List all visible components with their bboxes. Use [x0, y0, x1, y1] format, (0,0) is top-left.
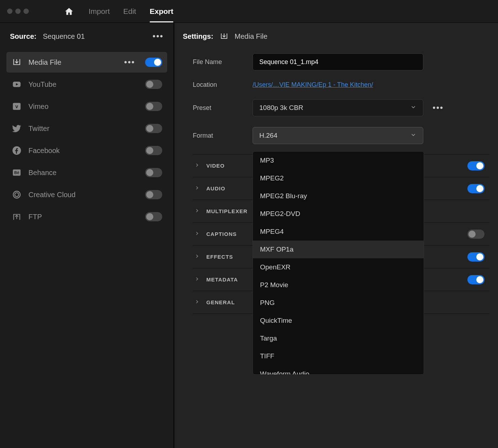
format-value: H.264	[259, 132, 277, 139]
chevron-right-icon	[194, 162, 200, 169]
destination-youtube[interactable]: YouTube	[6, 74, 167, 95]
cc-icon	[11, 189, 22, 200]
facebook-icon	[11, 145, 22, 156]
format-option[interactable]: MPEG2	[253, 169, 424, 187]
format-dropdown[interactable]: MP3MPEG2MPEG2 Blu-rayMPEG2-DVDMPEG4MXF O…	[253, 151, 424, 375]
destinations-panel: Source: Sequence 01 ••• Media File ••• Y…	[0, 23, 174, 448]
behance-icon: Bē	[11, 167, 22, 178]
format-option[interactable]: P2 Movie	[253, 276, 424, 294]
destination-label: Vimeo	[28, 102, 145, 111]
chevron-right-icon	[194, 185, 200, 192]
format-option[interactable]: MPEG2-DVD	[253, 205, 424, 223]
destination-toggle[interactable]	[145, 168, 162, 177]
location-label: Location	[193, 81, 253, 89]
settings-panel: Settings: Media File File Name Location …	[174, 23, 498, 448]
chevron-down-icon	[410, 104, 417, 112]
destination-facebook[interactable]: Facebook	[6, 140, 167, 161]
file-name-label: File Name	[193, 58, 253, 66]
preset-more-icon[interactable]: •••	[433, 103, 444, 113]
destination-label: Facebook	[28, 147, 145, 155]
preset-value: 1080p 3k CBR	[259, 104, 303, 112]
preset-label: Preset	[193, 104, 253, 112]
minimize-window[interactable]	[15, 9, 21, 14]
destination-toggle[interactable]	[145, 124, 162, 133]
chevron-right-icon	[194, 253, 200, 260]
destination-ftp[interactable]: FTP	[6, 206, 167, 227]
destination-label: Twitter	[28, 125, 145, 133]
format-option[interactable]: QuickTime	[253, 312, 424, 330]
source-more-icon[interactable]: •••	[153, 31, 164, 41]
close-window[interactable]	[7, 9, 12, 14]
svg-text:Bē: Bē	[14, 170, 19, 175]
svg-text:v: v	[15, 104, 18, 109]
section-toggle[interactable]	[467, 252, 484, 262]
window-controls[interactable]	[7, 9, 29, 14]
chevron-right-icon	[194, 276, 200, 283]
destination-toggle[interactable]	[145, 190, 162, 199]
format-option[interactable]: OpenEXR	[253, 258, 424, 276]
chevron-right-icon	[194, 208, 200, 215]
file-name-input[interactable]	[253, 53, 423, 70]
download-icon	[220, 32, 228, 41]
format-option[interactable]: MP3	[253, 152, 424, 169]
chevron-right-icon	[194, 231, 200, 238]
destination-toggle[interactable]	[145, 80, 162, 89]
format-option[interactable]: Targa	[253, 330, 424, 347]
download-icon	[11, 57, 22, 68]
destination-more-icon[interactable]: •••	[124, 57, 135, 67]
section-toggle[interactable]	[467, 275, 484, 284]
source-label: Source:	[10, 32, 36, 41]
section-toggle[interactable]	[467, 230, 484, 239]
tab-edit[interactable]: Edit	[123, 0, 136, 22]
destination-toggle[interactable]	[145, 146, 162, 155]
format-option[interactable]: MXF OP1a	[253, 241, 424, 258]
svg-point-7	[13, 191, 20, 198]
destination-label: YouTube	[28, 80, 145, 89]
destination-toggle[interactable]	[145, 58, 162, 67]
upload-icon	[11, 211, 22, 222]
destination-label: Creative Cloud	[28, 191, 145, 199]
destination-toggle[interactable]	[145, 102, 162, 111]
chevron-down-icon	[410, 132, 417, 140]
destination-cc[interactable]: Creative Cloud	[6, 184, 167, 205]
format-option[interactable]: MPEG4	[253, 223, 424, 241]
format-select[interactable]: H.264	[253, 127, 423, 144]
maximize-window[interactable]	[23, 9, 29, 14]
section-toggle[interactable]	[467, 161, 484, 170]
tab-export[interactable]: Export	[150, 0, 174, 22]
destination-media-file[interactable]: Media File •••	[6, 52, 167, 73]
destination-label: FTP	[28, 213, 145, 221]
format-label: Format	[193, 132, 253, 139]
home-icon[interactable]	[64, 7, 74, 16]
vimeo-icon: v	[11, 101, 22, 112]
destination-vimeo[interactable]: v Vimeo	[6, 96, 167, 117]
destination-behance[interactable]: Bē Behance	[6, 162, 167, 183]
location-link[interactable]: /Users/…VIE MAKING/Ep 1 - The Kitchen/	[253, 81, 373, 89]
format-option[interactable]: MPEG2 Blu-ray	[253, 187, 424, 205]
settings-label: Settings:	[183, 32, 213, 41]
chevron-right-icon	[194, 299, 200, 306]
format-option[interactable]: Waveform Audio	[253, 365, 424, 374]
svg-point-8	[15, 193, 19, 197]
settings-title: Media File	[235, 32, 267, 41]
format-option[interactable]: TIFF	[253, 347, 424, 365]
destination-label: Behance	[28, 169, 145, 177]
destination-label: Media File	[28, 58, 124, 67]
twitter-icon	[11, 123, 22, 134]
preset-select[interactable]: 1080p 3k CBR	[253, 99, 423, 116]
youtube-icon	[11, 79, 22, 90]
tab-import[interactable]: Import	[89, 0, 110, 22]
destination-twitter[interactable]: Twitter	[6, 118, 167, 139]
section-toggle[interactable]	[467, 184, 484, 193]
format-option[interactable]: PNG	[253, 294, 424, 312]
destination-toggle[interactable]	[145, 212, 162, 221]
source-name[interactable]: Sequence 01	[43, 32, 85, 41]
